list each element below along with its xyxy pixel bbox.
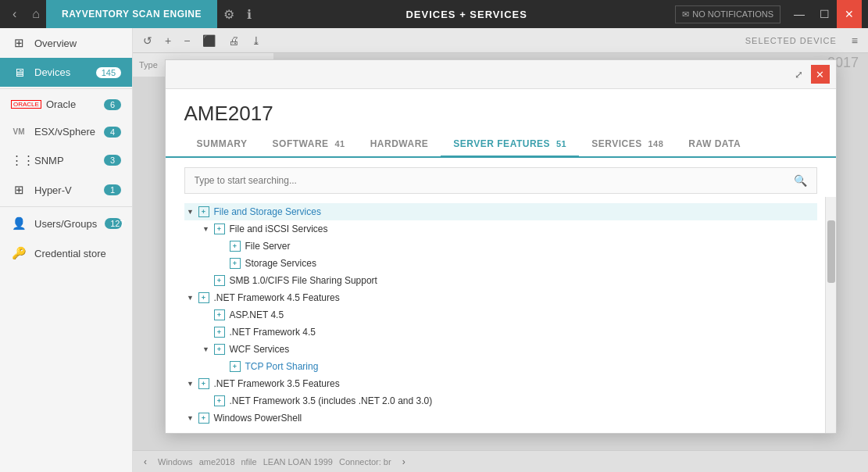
nav-buttons: ‹ ⌂	[6, 4, 46, 24]
tree-node-icon: +	[228, 361, 242, 372]
services-count: 148	[648, 139, 663, 148]
back-button[interactable]: ‹	[6, 4, 23, 24]
tree-toggle-icon	[200, 326, 213, 338]
tree-node-label: .NET Framework 3.5 Features	[214, 378, 340, 389]
hyperv-icon: ⊞	[11, 183, 27, 197]
scrollbar-thumb[interactable]	[827, 220, 835, 283]
modal-overlay: ⤢ ✕ AME2017 SUMMARY SOFTWARE 41 HARDWARE	[133, 28, 868, 472]
sidebar-item-oracle[interactable]: ORACLE Oracle 6	[0, 91, 132, 118]
tree-node-icon: +	[213, 309, 227, 320]
oracle-logo: ORACLE	[11, 100, 41, 109]
oracle-badge: 6	[104, 99, 121, 110]
tree-node-label: TCP Port Sharing	[245, 361, 319, 372]
search-icon: 🔍	[784, 168, 816, 193]
sidebar-item-snmp[interactable]: ⋮⋮ SNMP 3	[0, 145, 132, 175]
content-area: ↺ + − ⬛ 🖨 ⤓ SELECTED DEVICE ≡ 2017 Type …	[133, 28, 868, 472]
bottom-item-4: LEAN LOAN 1999	[263, 457, 333, 467]
tree-item[interactable]: ▼+Windows PowerShell	[184, 409, 817, 427]
bottom-bar: ‹ Windows ame2018 nfile LEAN LOAN 1999 C…	[133, 450, 868, 472]
device-modal: ⤢ ✕ AME2017 SUMMARY SOFTWARE 41 HARDWARE	[165, 59, 837, 434]
tree-node-label: File and Storage Services	[214, 206, 321, 217]
title-bar-right: ✉ NO NOTIFICATIONS — ☐ ✕	[675, 0, 862, 28]
tree-toggle-icon	[216, 360, 228, 373]
tree-toggle-icon	[200, 274, 213, 287]
sidebar-item-devices[interactable]: 🖥 Devices 145	[0, 58, 132, 87]
tree-node-label: .NET Framework 4.5	[230, 327, 316, 338]
tree-toggle-icon: ▼	[184, 206, 197, 218]
tab-services[interactable]: SERVICES 148	[579, 132, 676, 158]
tree-node-label: .NET Framework 3.5 (includes .NET 2.0 an…	[230, 395, 433, 406]
tree-toggle-icon: ▼	[200, 223, 213, 235]
tree-item[interactable]: +.NET Framework 4.5	[200, 324, 817, 341]
tab-hardware[interactable]: HARDWARE	[358, 132, 441, 158]
app-body: ⊞ Overview 🖥 Devices 145 ORACLE Oracle 6…	[0, 28, 868, 472]
close-button[interactable]: ✕	[837, 0, 862, 28]
tab-software[interactable]: SOFTWARE 41	[260, 132, 358, 158]
bottom-item-3: nfile	[241, 457, 257, 467]
minimize-button[interactable]: —	[787, 0, 812, 28]
tree-item[interactable]: +TCP Port Sharing	[216, 358, 817, 375]
tree-node-icon: +	[213, 223, 227, 234]
prev-page-button[interactable]: ‹	[139, 455, 152, 469]
tree-node-icon: +	[213, 395, 227, 406]
modal-expand-button[interactable]: ⤢	[790, 65, 808, 84]
snmp-badge: 3	[104, 155, 121, 166]
vm-icon: VM	[11, 127, 27, 136]
tree-item[interactable]: ▼+File and Storage Services	[184, 203, 817, 220]
modal-topbar: ⤢ ✕	[166, 60, 836, 89]
usersgroups-badge: 127	[105, 218, 122, 229]
tree-node-icon: +	[213, 327, 227, 338]
tree-node-label: File and iSCSI Services	[230, 223, 328, 234]
search-input[interactable]	[185, 169, 784, 192]
tree-item[interactable]: +ASP.NET 4.5	[200, 306, 817, 324]
tree-node-icon: +	[213, 344, 227, 355]
next-page-button[interactable]: ›	[398, 455, 410, 469]
modal-tabs: SUMMARY SOFTWARE 41 HARDWARE SERVER FEAT…	[166, 132, 836, 158]
tree-node-label: ASP.NET 4.5	[230, 309, 284, 320]
tree-node-icon: +	[197, 206, 211, 217]
maximize-button[interactable]: ☐	[812, 0, 837, 28]
tree-item[interactable]: +SMB 1.0/CIFS File Sharing Support	[200, 272, 817, 289]
tree-item[interactable]: +.NET Framework 3.5 (includes .NET 2.0 a…	[200, 392, 817, 409]
tree-toggle-icon: ▼	[184, 291, 197, 304]
settings-button[interactable]: ⚙	[217, 4, 241, 25]
sidebar-item-usersgroups[interactable]: 👤 Users/Groups 127	[0, 209, 132, 238]
bottom-item-2: ame2018	[199, 457, 235, 467]
sidebar-item-hyperv[interactable]: ⊞ Hyper-V 1	[0, 175, 132, 205]
tree-item[interactable]: +File Server	[216, 238, 817, 255]
tree-node-icon: +	[197, 378, 211, 389]
tree-item[interactable]: ▼+WCF Services	[200, 341, 817, 358]
search-bar: 🔍	[184, 167, 817, 194]
tree-item[interactable]: ▼+.NET Framework 4.5 Features	[184, 289, 817, 306]
tree-item[interactable]: ▼+.NET Framework 3.5 Features	[184, 375, 817, 392]
tree-node-label: .NET Framework 4.5 Features	[214, 292, 340, 303]
tree-item[interactable]: ▼+File and iSCSI Services	[200, 220, 817, 238]
tree-toggle-icon	[216, 257, 228, 270]
sidebar-item-esxvsphere[interactable]: VM ESX/vSphere 4	[0, 118, 132, 145]
notifications-button[interactable]: ✉ NO NOTIFICATIONS	[675, 5, 780, 23]
key-icon: 🔑	[11, 246, 27, 260]
tree-item[interactable]: +Storage Services	[216, 255, 817, 272]
sidebar-label-overview: Overview	[34, 38, 121, 49]
scrollbar-track[interactable]	[825, 197, 836, 433]
sidebar-label-credstore: Credential store	[34, 248, 121, 259]
sidebar-label-usersgroups: Users/Groups	[34, 218, 97, 230]
app-tab[interactable]: RAYVENTORY SCAN ENGINE	[46, 0, 217, 28]
tree-toggle-icon	[216, 240, 228, 252]
tree-toggle-icon: ▼	[184, 412, 197, 424]
tab-serverfeatures[interactable]: SERVER FEATURES 51	[441, 132, 579, 158]
sidebar-item-overview[interactable]: ⊞ Overview	[0, 28, 132, 58]
hyperv-badge: 1	[104, 184, 121, 195]
tab-rawdata[interactable]: RAW DATA	[676, 132, 753, 158]
tree-node-icon: +	[228, 241, 242, 252]
home-button[interactable]: ⌂	[26, 4, 46, 24]
sidebar-item-credstore[interactable]: 🔑 Credential store	[0, 238, 132, 268]
esxvsphere-badge: 4	[104, 127, 121, 138]
devices-icon: 🖥	[11, 66, 27, 79]
software-count: 41	[334, 139, 345, 148]
tab-summary[interactable]: SUMMARY	[184, 132, 260, 158]
info-button[interactable]: ℹ	[241, 4, 258, 25]
notifications-label: NO NOTIFICATIONS	[692, 9, 773, 19]
tree-node-label: File Server	[245, 241, 291, 252]
modal-close-button[interactable]: ✕	[811, 65, 830, 84]
